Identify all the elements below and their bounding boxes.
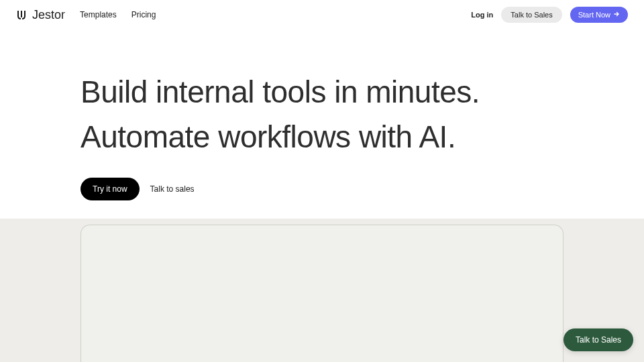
talk-to-sales-button-hero[interactable]: Talk to sales [150, 184, 195, 194]
header-left: Jestor Templates Pricing [16, 8, 156, 22]
preview-placeholder [80, 225, 564, 362]
header: Jestor Templates Pricing Log in Talk to … [0, 0, 644, 29]
try-it-now-button[interactable]: Try it now [80, 178, 140, 200]
hero-buttons: Try it now Talk to sales [80, 178, 564, 200]
login-link[interactable]: Log in [471, 11, 493, 19]
start-now-button[interactable]: Start Now [570, 7, 628, 23]
logo-icon [16, 9, 28, 21]
talk-to-sales-button-header[interactable]: Talk to Sales [501, 7, 561, 23]
hero-section: Build internal tools in minutes. Automat… [0, 29, 644, 200]
hero-title: Build internal tools in minutes. Automat… [80, 70, 564, 159]
logo[interactable]: Jestor [16, 8, 65, 22]
nav-pricing[interactable]: Pricing [131, 10, 156, 19]
logo-text: Jestor [32, 8, 65, 22]
floating-chat-button[interactable]: Talk to Sales [564, 328, 633, 351]
header-right: Log in Talk to Sales Start Now [471, 7, 628, 23]
start-now-label: Start Now [578, 11, 610, 19]
nav-templates[interactable]: Templates [80, 10, 117, 19]
arrow-right-icon [613, 11, 620, 19]
hero-title-line1: Build internal tools in minutes. [80, 70, 564, 115]
hero-title-line2: Automate workflows with AI. [80, 115, 564, 160]
